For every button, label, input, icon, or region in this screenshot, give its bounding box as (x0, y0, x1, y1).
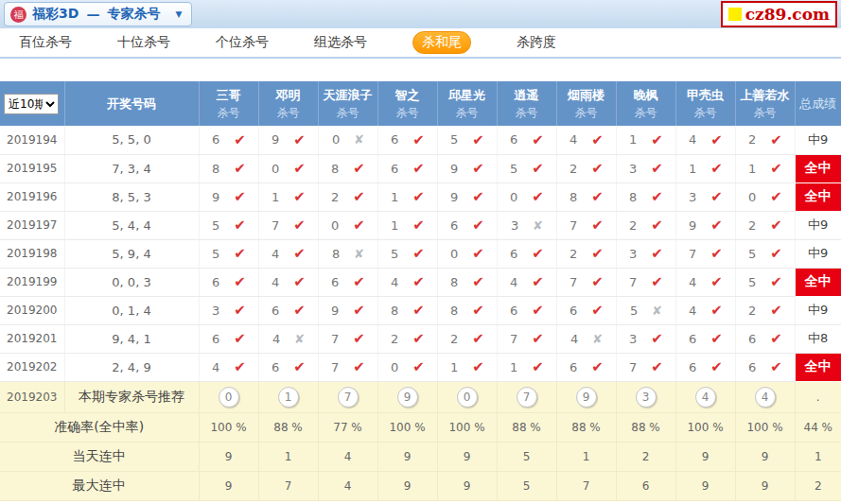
expert-kill-cell: 0✔ (497, 182, 556, 211)
check-icon: ✔ (353, 330, 365, 347)
expert-kill-cell: 5✔ (735, 268, 795, 296)
tab-hundreds-kill[interactable]: 百位杀号 (19, 34, 72, 51)
expert-kill-cell: 5✔ (497, 154, 556, 182)
recommend-cell: 4 (735, 381, 795, 412)
check-icon: ✔ (472, 131, 484, 148)
expert-header: 上善若水杀号 (735, 81, 795, 126)
expert-kill-cell: 6✔ (377, 154, 437, 182)
check-icon: ✔ (293, 302, 306, 319)
expert-suffix: 杀号 (736, 105, 795, 121)
period-cell: 2019194 (0, 126, 64, 154)
total-score-cell: 中8 (795, 324, 841, 353)
check-icon: ✔ (234, 160, 246, 177)
check-icon: ✔ (293, 131, 306, 148)
kill-cell-content: 6✔ (498, 245, 556, 262)
kill-number: 1 (747, 162, 757, 176)
recommend-number: 7 (338, 387, 359, 408)
kill-cell-content: 7✔ (319, 330, 377, 347)
expert-header: 邱星光杀号 (437, 81, 497, 126)
stat-value-cell: 88 % (616, 412, 675, 442)
check-icon: ✔ (591, 160, 604, 177)
check-icon: ✔ (710, 273, 723, 290)
kill-table: 近10期开奖号码三哥杀号邓明杀号天涯浪子杀号智之杀号邱星光杀号逍遥杀号烟雨楼杀号… (0, 81, 841, 501)
check-icon: ✔ (472, 273, 484, 290)
stat-value-cell: 9 (735, 442, 795, 471)
expert-kill-cell: 8✔ (199, 154, 258, 182)
kill-cell-content: 1✔ (378, 188, 437, 205)
stat-value-cell: 88 % (258, 412, 318, 442)
expert-kill-cell: 6✔ (556, 353, 616, 381)
expert-kill-cell: 4✘ (258, 324, 318, 353)
period-range-select[interactable]: 近10期 (4, 94, 59, 114)
kill-number: 6 (211, 275, 220, 289)
kill-cell-content: 7✔ (557, 217, 616, 234)
expert-kill-cell: 1✔ (377, 182, 437, 211)
tab-group-kill[interactable]: 组选杀号 (314, 34, 367, 51)
check-icon: ✔ (234, 330, 246, 347)
kill-cell-content: 8✘ (319, 247, 377, 261)
kill-cell-content: 9✔ (319, 302, 377, 319)
tab-units-kill[interactable]: 个位杀号 (216, 34, 269, 51)
kill-cell-content: 1✔ (736, 160, 795, 177)
kill-cell-content: 3✘ (498, 218, 556, 233)
period-cell: 2019198 (0, 239, 64, 268)
expert-header: 甲壳虫杀号 (675, 81, 735, 126)
table-row: 20192000, 1, 43✔6✔9✔8✔8✔6✔6✔5✘4✔2✔中9 (0, 296, 841, 324)
kill-number: 2 (390, 332, 399, 346)
chevron-down-icon: ▼ (175, 9, 182, 19)
expert-kill-cell: 2✔ (735, 211, 795, 239)
expert-kill-cell: 6✔ (199, 324, 258, 353)
check-icon: ✔ (710, 160, 723, 177)
kill-cell-content: 5✔ (438, 131, 497, 148)
game-selector-dropdown[interactable]: 福 福彩3D — 专家杀号 ▼ (4, 2, 192, 26)
check-icon: ✔ (353, 217, 365, 234)
cross-icon: ✘ (652, 304, 662, 318)
recommend-cell: 1 (258, 381, 318, 412)
check-icon: ✔ (710, 245, 723, 262)
expert-kill-cell: 8✔ (377, 296, 437, 324)
total-score-cell: 全中 (795, 154, 841, 182)
total-score-cell: 1 (795, 442, 841, 471)
cross-icon: ✘ (592, 332, 603, 346)
expert-kill-cell: 9✔ (318, 296, 377, 324)
stat-value-cell: 2 (616, 442, 675, 471)
check-icon: ✔ (770, 245, 782, 262)
tab-sum-tail-kill[interactable]: 杀和尾 (412, 31, 471, 54)
kill-number: 8 (569, 190, 578, 204)
expert-kill-cell: 5✔ (199, 239, 258, 268)
expert-suffix: 杀号 (319, 105, 377, 121)
total-score-header: 总成绩 (795, 81, 841, 126)
check-icon: ✔ (770, 302, 782, 319)
check-icon: ✔ (710, 188, 723, 205)
kill-number: 6 (569, 360, 578, 374)
period-cell: 2019203 (0, 381, 64, 412)
expert-kill-cell: 6✔ (258, 296, 318, 324)
tab-span-kill[interactable]: 杀跨度 (517, 34, 556, 51)
site-logo-icon (728, 8, 742, 21)
kill-cell-content: 0✔ (259, 160, 318, 177)
expert-kill-cell: 4✔ (497, 268, 556, 296)
tab-tens-kill[interactable]: 十位杀号 (117, 34, 170, 51)
check-icon: ✔ (472, 302, 484, 319)
expert-kill-cell: 0✔ (735, 182, 795, 211)
recommend-cell: 9 (377, 381, 437, 412)
check-icon: ✔ (770, 358, 782, 375)
kill-number: 4 (390, 275, 399, 289)
kill-cell-content: 0✔ (438, 245, 497, 262)
stat-value-cell: 4 (318, 442, 377, 471)
kill-cell-content: 6✔ (676, 330, 735, 347)
recommend-cell: 3 (616, 381, 675, 412)
stat-value-cell: 5 (497, 442, 556, 471)
recommend-label: 本期专家杀号推荐 (64, 381, 199, 412)
check-icon: ✔ (591, 131, 604, 148)
recommend-number: 9 (397, 387, 418, 408)
kill-number: 4 (688, 132, 697, 147)
kill-cell-content: 0✔ (498, 188, 556, 205)
total-score-cell: 中9 (795, 239, 841, 268)
kill-number: 8 (330, 162, 340, 176)
kill-number: 6 (688, 360, 697, 374)
site-logo[interactable]: cz89.com (721, 1, 837, 27)
page-title: 专家杀号 (107, 6, 160, 23)
kill-cell-content: 6✔ (438, 217, 497, 234)
stat-value-cell: 9 (437, 471, 497, 500)
